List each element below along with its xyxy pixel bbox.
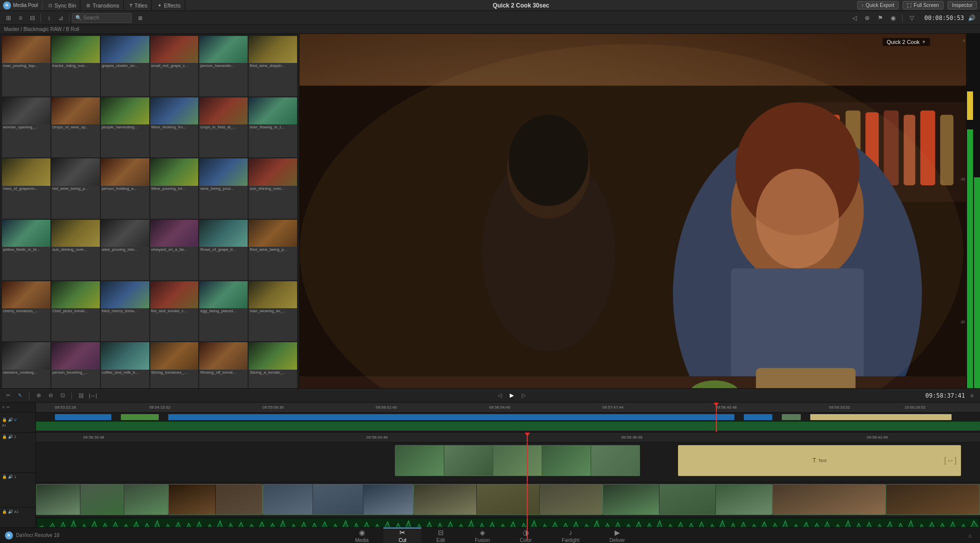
preview-dropdown[interactable]: ▽ xyxy=(906,12,917,23)
next-edit-btn[interactable]: ▷ xyxy=(519,391,529,401)
media-thumb-1[interactable]: man_pouring_liqu... xyxy=(2,36,50,96)
effects-tab[interactable]: ✦ Effects xyxy=(154,0,185,11)
media-label-21: wine_pouring_into... xyxy=(101,247,149,252)
track2-title-clip[interactable]: T Text [↔] xyxy=(678,445,961,476)
media-thumb-24[interactable]: Red_wine_being_p... xyxy=(249,220,297,280)
media-thumb-23[interactable]: Rows_of_grape_tr... xyxy=(199,220,248,280)
media-thumb-26[interactable]: Chef_picks_tomat... xyxy=(51,281,100,342)
nav-cut[interactable]: ✂ Cut xyxy=(383,528,421,543)
media-thumb-28[interactable]: fire_and_smoke_c... xyxy=(150,281,199,342)
transitions-tab[interactable]: ⊞ Transitions xyxy=(82,0,123,11)
media-thumb-15[interactable]: person_holding_a... xyxy=(101,158,149,219)
media-thumb-25[interactable]: cherry_tomatoes_... xyxy=(2,281,50,342)
track2-clip-1[interactable] xyxy=(395,445,641,476)
blade-tool[interactable]: ✂ xyxy=(3,391,13,401)
media-thumb-10[interactable]: Wine_trickling_fro... xyxy=(150,97,199,158)
media-thumb-4[interactable]: small_red_grape_c... xyxy=(150,36,199,96)
zoom-in-btn[interactable]: ⊕ xyxy=(33,391,43,401)
audio-btn[interactable]: 🔊 xyxy=(966,12,977,23)
track-v1-icon[interactable]: 🔒🔊V xyxy=(2,418,16,422)
select-tool[interactable]: ↖ xyxy=(15,391,25,401)
nav-fusion[interactable]: ◈ Fusion xyxy=(460,528,505,543)
track1-clip-4[interactable] xyxy=(413,484,602,515)
media-label-3: grapes_cluster_on... xyxy=(101,63,149,68)
track1-clip-6[interactable] xyxy=(772,484,886,515)
media-label-34: Slicing_tomatoes_... xyxy=(150,370,199,375)
nav-deliver[interactable]: ▶ Deliver xyxy=(595,528,640,543)
media-thumb-20[interactable]: sun_shining_over... xyxy=(51,220,100,280)
track1-controls[interactable]: 🔒🔊1 xyxy=(2,475,33,479)
media-thumb-14[interactable]: red_wine_being_p... xyxy=(51,158,100,219)
media-label-11: crops_in_field_at_... xyxy=(199,124,248,130)
track-2-clips[interactable]: T Text [↔] xyxy=(36,443,980,483)
inspector-btn[interactable]: Inspector xyxy=(948,1,977,9)
nav-cut-label: Cut xyxy=(398,538,406,543)
track1-clip-2[interactable] xyxy=(168,484,263,515)
fit-btn[interactable]: ⊡ xyxy=(57,391,67,401)
list-view-btn[interactable]: ≡ xyxy=(15,12,26,23)
track1-clip-5[interactable] xyxy=(603,484,772,515)
media-thumb-3[interactable]: grapes_cluster_on... xyxy=(101,36,149,96)
filter-btn[interactable]: ⊿ xyxy=(55,12,66,23)
media-thumb-29[interactable]: egg_being_placed... xyxy=(199,281,248,342)
home-btn[interactable]: ⌂ xyxy=(965,531,975,541)
media-thumb-30[interactable]: man_wearing_an_... xyxy=(249,281,297,342)
media-label-36: Slicing_a_tomato_... xyxy=(249,370,297,375)
snap-btn[interactable]: |↔| xyxy=(88,391,98,401)
media-thumb-27[interactable]: fried_cherry_toma... xyxy=(101,281,149,342)
search-box[interactable]: 🔍 xyxy=(72,13,132,23)
media-thumb-22[interactable]: vineyard_on_a_far... xyxy=(150,220,199,280)
media-thumb-8[interactable]: Drops_of_wine_sp... xyxy=(51,97,100,158)
link-btn[interactable]: ⛓ xyxy=(76,391,86,401)
filmstrip-btn[interactable]: ⊟ xyxy=(27,12,38,23)
track1-clip-1[interactable] xyxy=(36,484,168,515)
track-1-clips[interactable] xyxy=(36,483,980,518)
nav-fairlight[interactable]: ♪ Fairlight xyxy=(547,528,595,543)
media-thumb-9[interactable]: people_harvesting... xyxy=(101,97,149,158)
quick-export-btn[interactable]: ↑ Quick Export xyxy=(857,1,899,9)
metadata-btn[interactable]: ≣ xyxy=(135,12,146,23)
media-thumb-17[interactable]: wine_being_pour... xyxy=(199,158,248,219)
full-screen-btn[interactable]: ⛶ Full Screen xyxy=(903,1,944,9)
track-ai-icon[interactable]: AI xyxy=(2,423,16,428)
media-thumb-12[interactable]: river_flowing_in_t... xyxy=(249,97,297,158)
track2-controls[interactable]: 🔒🔊2 xyxy=(2,435,33,439)
track1-clip-3[interactable] xyxy=(263,484,414,515)
track-headers: ↖ ✂ 🔒🔊V AI 🔒🔊2 xyxy=(0,403,36,543)
nav-color[interactable]: ◑ Color xyxy=(505,528,547,543)
media-thumb-11[interactable]: crops_in_field_at_... xyxy=(199,97,248,158)
sync-bin-tab[interactable]: ⊡ Sync Bin xyxy=(44,0,80,11)
nav-media-label: Media xyxy=(355,538,368,543)
media-thumb-21[interactable]: wine_pouring_into... xyxy=(101,220,149,280)
titles-tab[interactable]: T Titles xyxy=(126,0,152,11)
media-thumb-19[interactable]: yellow_fields_in_bl... xyxy=(2,220,50,280)
grid-view-btn[interactable]: ⊞ xyxy=(3,12,14,23)
media-label-9: people_harvesting... xyxy=(101,124,149,130)
media-thumb-13[interactable]: rows_of_grapevin... xyxy=(2,158,50,219)
media-thumb-18[interactable]: sun_shining_over... xyxy=(249,158,297,219)
search-input[interactable] xyxy=(83,15,123,20)
media-thumb-6[interactable]: Red_wine_drippin... xyxy=(249,36,297,96)
nav-edit[interactable]: ⊟ Edit xyxy=(421,528,460,543)
overview-track-header: 🔒🔊V AI xyxy=(0,413,35,433)
media-thumb-2[interactable]: tractor_riding_ove... xyxy=(51,36,100,96)
media-thumb-5[interactable]: person_harvestin... xyxy=(199,36,248,96)
zoom-out-btn[interactable]: ⊖ xyxy=(45,391,55,401)
media-thumb-7[interactable]: woman_opening_... xyxy=(2,97,50,158)
track1-clip-7[interactable] xyxy=(886,484,980,515)
nav-media[interactable]: ◉ Media xyxy=(340,528,383,543)
media-pool-tab[interactable]: Media Pool xyxy=(13,2,38,8)
sort-btn[interactable]: ↕ xyxy=(43,12,54,23)
clip-color-btn[interactable]: ◉ xyxy=(888,12,899,23)
media-label-2: tractor_riding_ove... xyxy=(51,63,100,68)
prev-frame-btn[interactable]: ◁ xyxy=(849,12,860,23)
audio-track-controls[interactable]: 🔒🔊A1 xyxy=(2,510,19,514)
timeline-settings-btn[interactable]: ≡ xyxy=(967,391,977,401)
media-thumb-16[interactable]: Wine_pouring_int... xyxy=(150,158,199,219)
nav-edit-label: Edit xyxy=(436,538,445,543)
zoom-btn[interactable]: ⊕ xyxy=(862,12,873,23)
play-timeline-btn[interactable]: ▶ xyxy=(507,391,517,401)
flag-btn[interactable]: ⚑ xyxy=(875,12,886,23)
prev-edit-btn[interactable]: ◁ xyxy=(495,391,505,401)
edit-icon: ⊟ xyxy=(438,529,444,537)
